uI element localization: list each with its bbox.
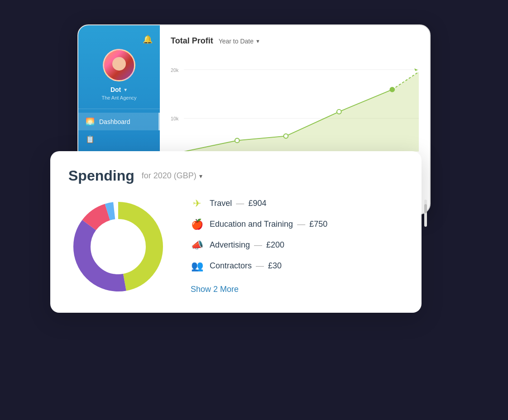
card-title: Spending <box>68 167 134 184</box>
chart-filter[interactable]: Year to Date ▼ <box>219 38 260 45</box>
scrollbar[interactable] <box>424 200 427 227</box>
legend-item-education: 🍎 Education and Training — £750 <box>191 219 403 230</box>
legend-item-travel: ✈ Travel — £904 <box>191 198 403 210</box>
legend-travel-label: Travel — £904 <box>210 199 266 208</box>
svg-point-5 <box>235 138 240 143</box>
avatar <box>103 49 135 81</box>
contractors-icon: 👥 <box>191 260 203 272</box>
legend-education-label: Education and Training — £750 <box>210 220 327 229</box>
card-filter-arrow: ▾ <box>199 172 202 180</box>
card-header: Spending for 2020 (GBP) ▾ <box>68 167 403 184</box>
legend-item-advertising: 📣 Advertising — £200 <box>191 239 403 251</box>
bell-icon[interactable]: 🔔 <box>143 34 153 44</box>
sidebar-item-dashboard[interactable]: 🌅 Dashboard <box>78 113 160 130</box>
sidebar-divider <box>78 109 160 109</box>
svg-point-8 <box>390 87 394 92</box>
user-company: The Ant Agency <box>101 95 136 100</box>
scene: 🔔 Dot ▼ The Ant Agency 🌅 Dashboard 📋 <box>50 24 458 396</box>
scrollbar-thumb[interactable] <box>424 204 427 213</box>
sidebar-item-dashboard-label: Dashboard <box>99 118 130 125</box>
spending-legend: ✈ Travel — £904 🍎 Education and Training… <box>191 198 403 296</box>
legend-item-contractors: 👥 Contractors — £30 <box>191 260 403 272</box>
svg-point-14 <box>91 220 145 274</box>
other-icon: 📋 <box>86 135 95 143</box>
legend-contractors-label: Contractors — £30 <box>210 261 282 271</box>
user-info: Dot ▼ <box>110 86 128 93</box>
card-filter[interactable]: for 2020 (GBP) ▾ <box>142 171 202 181</box>
chart-header: Total Profit Year to Date ▼ <box>171 36 419 46</box>
spending-card: Spending for 2020 (GBP) ▾ <box>50 151 422 313</box>
sidebar-item-other[interactable]: 📋 <box>78 130 160 148</box>
svg-text:10k: 10k <box>171 116 179 121</box>
user-dropdown-arrow[interactable]: ▼ <box>123 87 128 92</box>
svg-point-7 <box>337 110 341 114</box>
chart-title: Total Profit <box>171 36 213 46</box>
user-name: Dot <box>110 86 121 93</box>
card-filter-label: for 2020 (GBP) <box>142 171 196 181</box>
advertising-icon: 📣 <box>191 239 203 251</box>
avatar-image <box>104 50 134 80</box>
chart-filter-label: Year to Date <box>219 38 254 45</box>
chart-filter-arrow: ▼ <box>255 38 260 44</box>
card-content: ✈ Travel — £904 🍎 Education and Training… <box>68 197 403 296</box>
travel-icon: ✈ <box>191 198 203 210</box>
legend-advertising-label: Advertising — £200 <box>210 240 284 250</box>
education-icon: 🍎 <box>191 219 203 230</box>
svg-point-6 <box>284 134 288 138</box>
dashboard-icon: 🌅 <box>86 117 95 126</box>
profit-chart: 20k 10k <box>171 53 419 162</box>
donut-chart <box>68 197 168 296</box>
svg-text:20k: 20k <box>171 67 179 73</box>
svg-marker-4 <box>184 72 419 152</box>
show-more-button[interactable]: Show 2 More <box>191 283 403 296</box>
